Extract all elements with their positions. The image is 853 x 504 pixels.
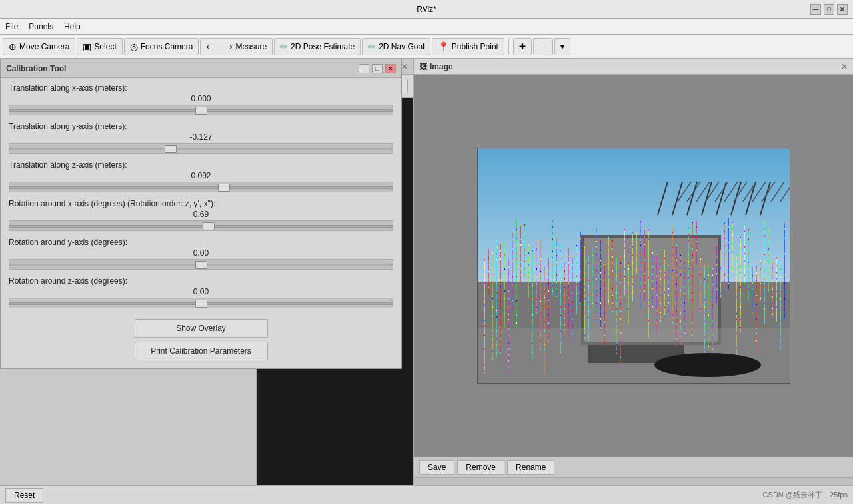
show-overlay-button[interactable]: Show Overlay xyxy=(135,319,268,338)
menu-help[interactable]: Help xyxy=(64,22,81,31)
reset-button[interactable]: Reset xyxy=(5,488,43,503)
param-label-x-trans: Translation along x-axis (meters): xyxy=(9,83,393,93)
param-value-z-rot: 0.00 xyxy=(9,287,393,296)
status-right: CSDN @残云补丁 25fps xyxy=(763,490,848,500)
maximize-button[interactable]: □ xyxy=(824,4,834,15)
dropdown-button[interactable]: ▾ xyxy=(554,38,570,55)
toolbar: ⊕ Move Camera ▣ Select ◎ Focus Camera ⟵⟶… xyxy=(0,35,853,59)
dialog-close-button[interactable]: ✕ xyxy=(385,64,396,73)
image-content xyxy=(414,75,853,457)
focus-label: Focus Camera xyxy=(141,42,193,51)
select-button[interactable]: ▣ Select xyxy=(77,38,122,55)
select-icon: ▣ xyxy=(83,41,91,52)
image-panel-close-button[interactable]: ✕ xyxy=(841,62,848,71)
image-panel-title: 🖼 Image xyxy=(419,62,453,71)
pose-icon: ✏ xyxy=(280,41,288,52)
minus-icon: — xyxy=(539,42,547,51)
publish-point-label: Publish Point xyxy=(452,42,498,51)
statusbar: Reset CSDN @残云补丁 25fps xyxy=(0,485,853,504)
measure-icon: ⟵⟶ xyxy=(206,41,233,52)
fps-text: 25fps xyxy=(830,491,848,499)
window-controls: — □ ✕ xyxy=(810,4,848,15)
views-close-button[interactable]: ✕ xyxy=(401,62,408,71)
dialog-title: Calibration Tool xyxy=(6,64,66,73)
slider-x-trans[interactable] xyxy=(9,105,393,115)
move-camera-label: Move Camera xyxy=(19,42,69,51)
remove-toolbar-button[interactable]: — xyxy=(533,38,553,55)
slider-thumb-z-trans[interactable] xyxy=(218,184,230,192)
watermark-text: CSDN @残云补丁 xyxy=(763,491,822,499)
titlebar: RViz* — □ ✕ xyxy=(0,0,853,19)
param-label-z-rot: Rotation around z-axis (degrees): xyxy=(9,276,393,286)
param-value-z-trans: 0.092 xyxy=(9,171,393,180)
slider-thumb-y-trans[interactable] xyxy=(165,145,177,153)
status-left: Reset xyxy=(5,488,43,503)
param-value-y-trans: -0.127 xyxy=(9,132,393,142)
dialog-minimize-button[interactable]: — xyxy=(359,64,369,73)
slider-z-rot[interactable] xyxy=(9,298,393,308)
publish-point-button[interactable]: 📍 Publish Point xyxy=(432,38,504,55)
slider-x-rot[interactable] xyxy=(9,220,393,231)
nav-goal-button[interactable]: ✏ 2D Nav Goal xyxy=(362,38,430,55)
slider-y-trans[interactable] xyxy=(9,143,393,154)
focus-camera-button[interactable]: ◎ Focus Camera xyxy=(124,38,199,55)
rename-button[interactable]: Rename xyxy=(507,460,554,475)
move-camera-icon: ⊕ xyxy=(9,41,17,52)
param-value-x-trans: 0.000 xyxy=(9,94,393,103)
dialog-controls: — □ ✕ xyxy=(359,64,396,73)
slider-thumb-y-rot[interactable] xyxy=(195,261,207,269)
dropdown-icon: ▾ xyxy=(560,42,564,51)
select-label: Select xyxy=(94,42,116,51)
param-section-y-trans: Translation along y-axis (meters):-0.127 xyxy=(9,122,393,154)
measure-button[interactable]: ⟵⟶ Measure xyxy=(200,38,273,55)
param-label-y-rot: Rotation around y-axis (degrees): xyxy=(9,238,393,247)
add-button[interactable]: ✚ xyxy=(513,38,532,55)
main-layout: 🖥 Displays ✕ ▼ ⚙ Global Options Fixed Fr… xyxy=(0,59,853,485)
displays-panel: 🖥 Displays ✕ ▼ ⚙ Global Options Fixed Fr… xyxy=(0,59,257,485)
dialog-restore-button[interactable]: □ xyxy=(372,64,383,73)
remove-button[interactable]: Remove xyxy=(457,460,504,475)
slider-y-rot[interactable] xyxy=(9,259,393,270)
move-camera-button[interactable]: ⊕ Move Camera xyxy=(3,38,75,55)
menu-file[interactable]: File xyxy=(5,22,18,31)
calibration-tool-dialog: Calibration Tool — □ ✕ Translation along… xyxy=(0,59,402,369)
print-calibration-button[interactable]: Print Calibration Parameters xyxy=(135,342,268,360)
param-section-x-trans: Translation along x-axis (meters):0.000 xyxy=(9,83,393,115)
param-section-y-rot: Rotation around y-axis (degrees):0.00 xyxy=(9,238,393,270)
param-section-x-rot: Rotation around x-axis (degrees) (Rotati… xyxy=(9,199,393,231)
param-label-x-rot: Rotation around x-axis (degrees) (Rotati… xyxy=(9,199,393,208)
pose-label: 2D Pose Estimate xyxy=(291,42,355,51)
close-button[interactable]: ✕ xyxy=(837,4,848,15)
slider-track-z-trans xyxy=(9,186,393,189)
toolbar-separator xyxy=(508,39,509,55)
param-label-y-trans: Translation along y-axis (meters): xyxy=(9,122,393,131)
add-icon: ✚ xyxy=(519,42,526,51)
slider-thumb-x-trans[interactable] xyxy=(195,107,207,115)
slider-thumb-x-rot[interactable] xyxy=(203,222,215,230)
horizontal-scrollbar[interactable] xyxy=(414,477,853,485)
param-section-z-trans: Translation along z-axis (meters):0.092 xyxy=(9,160,393,192)
image-panel: 🖼 Image ✕ Save Remove Rename xyxy=(413,59,853,485)
panel-bottom-buttons: Save Remove Rename xyxy=(414,457,853,477)
dialog-buttons: Show Overlay Print Calibration Parameter… xyxy=(9,319,393,360)
nav-goal-icon: ✏ xyxy=(368,41,376,52)
measure-label: Measure xyxy=(235,42,267,51)
pose-estimate-button[interactable]: ✏ 2D Pose Estimate xyxy=(274,38,361,55)
dialog-body: Translation along x-axis (meters):0.000T… xyxy=(1,78,401,368)
image-panel-header: 🖼 Image ✕ xyxy=(414,59,853,75)
image-icon: 🖼 xyxy=(419,62,427,71)
save-button[interactable]: Save xyxy=(419,460,454,475)
slider-track-x-rot xyxy=(9,225,393,228)
sensor-canvas xyxy=(478,148,790,384)
slider-thumb-z-rot[interactable] xyxy=(195,300,207,308)
focus-icon: ◎ xyxy=(130,41,138,52)
menubar: File Panels Help xyxy=(0,19,853,35)
app-title: RViz* xyxy=(417,5,436,14)
publish-point-icon: 📍 xyxy=(438,41,449,52)
slider-z-trans[interactable] xyxy=(9,182,393,192)
nav-goal-label: 2D Nav Goal xyxy=(379,42,425,51)
minimize-button[interactable]: — xyxy=(810,4,821,15)
param-rows: Translation along x-axis (meters):0.000T… xyxy=(9,83,393,308)
sensor-visualization xyxy=(477,148,790,384)
menu-panels[interactable]: Panels xyxy=(29,22,53,31)
